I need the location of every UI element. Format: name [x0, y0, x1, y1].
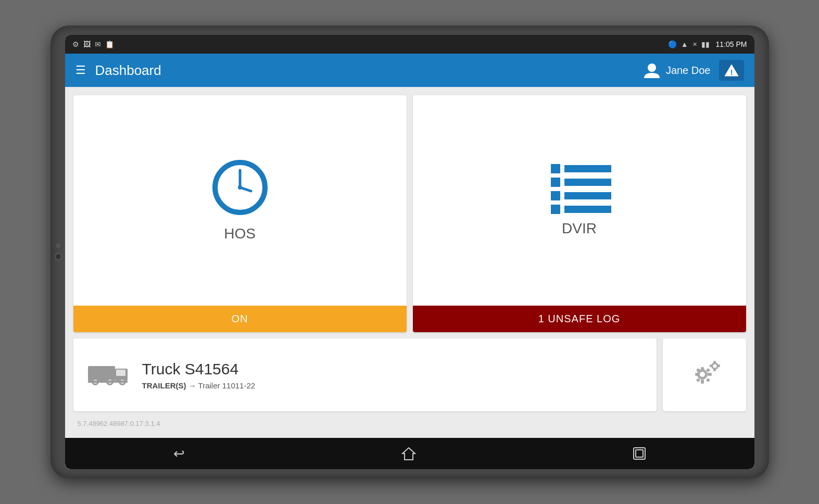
dvir-status: 1 UNSAFE LOG — [413, 306, 746, 332]
svg-rect-8 — [564, 165, 611, 172]
svg-rect-10 — [564, 179, 611, 186]
main-content: HOS ON — [65, 87, 754, 438]
tablet-screen: ⚙ 🖼 ✉ 📋 🔵 ▲ ✕ ▮▮ 11:05 PM ☰ Dashboard — [65, 35, 754, 469]
trailer-info: TRAILER(S) → Trailer 11011-22 — [142, 381, 256, 390]
svg-text:!: ! — [730, 68, 733, 77]
svg-rect-7 — [551, 164, 560, 173]
svg-rect-17 — [116, 370, 125, 376]
svg-rect-37 — [713, 361, 716, 364]
wifi-icon: ▲ — [681, 40, 688, 48]
svg-rect-12 — [564, 192, 611, 199]
home-icon — [401, 446, 416, 461]
camera-area — [55, 244, 62, 260]
svg-rect-27 — [701, 367, 704, 371]
svg-rect-43 — [636, 450, 643, 457]
bottom-row: Truck S41564 TRAILER(S) → Trailer 11011-… — [73, 338, 746, 411]
version-text: 5.7.48962.48987:0.17:3.1.4 — [73, 418, 746, 430]
bluetooth-icon: 🔵 — [668, 40, 677, 48]
back-button[interactable]: ↩ — [153, 440, 206, 467]
svg-rect-13 — [551, 205, 560, 214]
user-name: Jane Doe — [666, 65, 711, 77]
status-bar-left: ⚙ 🖼 ✉ 📋 — [72, 40, 114, 48]
recent-button[interactable] — [612, 442, 667, 465]
truck-icon — [88, 358, 130, 392]
trailer-arrow: → — [188, 381, 198, 390]
svg-point-0 — [648, 64, 656, 72]
status-bar: ⚙ 🖼 ✉ 📋 🔵 ▲ ✕ ▮▮ 11:05 PM — [65, 35, 754, 54]
dvir-card-body: DVIR — [413, 95, 746, 306]
svg-rect-29 — [695, 373, 699, 376]
list-icon — [551, 164, 608, 211]
svg-rect-9 — [551, 178, 560, 187]
svg-rect-28 — [701, 380, 704, 384]
app-bar-right: Jane Doe ! — [643, 60, 744, 81]
truck-name: Truck S41564 — [142, 360, 256, 378]
camera-dot-small — [56, 244, 60, 248]
bottom-nav: ↩ — [65, 438, 754, 469]
menu-icon[interactable]: ☰ — [75, 64, 86, 77]
gears-icon — [684, 356, 725, 394]
dvir-card[interactable]: DVIR 1 UNSAFE LOG — [413, 95, 746, 332]
app-bar: ☰ Dashboard Jane Doe ! — [65, 54, 754, 87]
status-bar-right: 🔵 ▲ ✕ ▮▮ 11:05 PM — [668, 40, 747, 48]
settings-status-icon: ⚙ — [72, 40, 79, 48]
top-cards: HOS ON — [73, 95, 746, 332]
back-icon: ↩ — [173, 446, 185, 462]
time-display: 11:05 PM — [716, 40, 747, 48]
svg-rect-30 — [708, 373, 712, 376]
svg-rect-14 — [564, 206, 611, 213]
svg-rect-39 — [710, 364, 713, 367]
alert-button[interactable]: ! — [719, 60, 744, 81]
svg-rect-24 — [88, 381, 128, 383]
svg-rect-11 — [551, 191, 560, 200]
svg-marker-41 — [402, 448, 415, 460]
hos-status: ON — [73, 306, 407, 332]
app-title: Dashboard — [95, 62, 161, 79]
clipboard-status-icon: 📋 — [105, 40, 114, 48]
svg-rect-38 — [713, 368, 716, 371]
user-area[interactable]: Jane Doe — [643, 61, 711, 79]
settings-card[interactable] — [663, 338, 746, 411]
svg-point-26 — [700, 372, 705, 377]
dvir-label: DVIR — [562, 220, 597, 237]
truck-card[interactable]: Truck S41564 TRAILER(S) → Trailer 11011-… — [73, 338, 657, 411]
signal-x-icon: ✕ — [692, 41, 697, 48]
app-bar-left: ☰ Dashboard — [75, 62, 161, 79]
user-avatar-icon — [643, 61, 661, 79]
svg-point-36 — [713, 364, 716, 368]
hos-card[interactable]: HOS ON — [73, 95, 407, 332]
image-status-icon: 🖼 — [83, 40, 91, 48]
warning-icon: ! — [724, 63, 739, 78]
svg-rect-32 — [705, 378, 710, 382]
clock-icon — [211, 159, 269, 216]
camera-dot-large — [55, 253, 62, 260]
hos-label: HOS — [224, 225, 256, 242]
recent-icon — [633, 447, 646, 460]
svg-point-6 — [238, 185, 242, 190]
trailer-label: TRAILER(S) — [142, 381, 186, 390]
home-button[interactable] — [381, 441, 437, 466]
trailer-name: Trailer 11011-22 — [198, 381, 256, 390]
battery-icon: ▮▮ — [701, 40, 710, 48]
truck-info: Truck S41564 TRAILER(S) → Trailer 11011-… — [142, 360, 256, 390]
message-status-icon: ✉ — [95, 40, 101, 48]
hos-card-body: HOS — [73, 95, 407, 306]
svg-rect-40 — [717, 364, 720, 367]
